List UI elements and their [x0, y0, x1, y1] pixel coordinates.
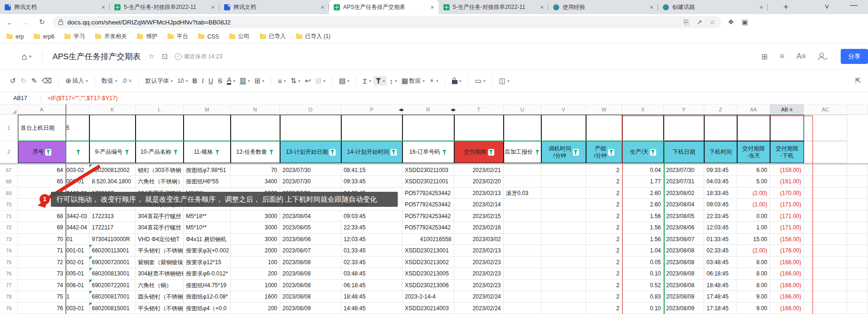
tab-close-icon[interactable]: × [540, 4, 544, 11]
cell-hidden70[interactable] [847, 199, 868, 210]
col-letter-P[interactable]: P [341, 104, 402, 115]
cell-A78[interactable]: 75 [18, 291, 66, 302]
filter-funnel-icon[interactable] [75, 149, 81, 156]
row-number-74[interactable]: 74 [0, 245, 18, 256]
cell-T76[interactable]: 2023/02/23 [454, 268, 504, 279]
cell-hidden76[interactable]: 005-01 [66, 268, 89, 279]
merge-cells-button[interactable]: ⊟▾ [313, 75, 328, 87]
tab-close-icon[interactable]: × [321, 4, 324, 11]
cell-W79[interactable]: 2 [586, 303, 622, 314]
cell-hidden78[interactable] [847, 291, 868, 302]
row-number-1[interactable]: 1 [0, 115, 18, 141]
italic-button[interactable]: I [200, 75, 206, 86]
cell-A71[interactable]: 68 [18, 211, 66, 222]
fill-color-button[interactable]: ▨▾ [237, 75, 252, 86]
browser-tab-5[interactable]: 5-生产任务-对接跟单2022-11× [439, 0, 548, 14]
cell-U78[interactable] [504, 291, 541, 302]
filter-funnel-icon[interactable] [442, 149, 448, 156]
automation-icon[interactable]: ⚡▾ [427, 75, 441, 87]
row-number-70[interactable]: 70 [0, 199, 18, 210]
cell-K78[interactable]: 680200817001 [89, 291, 136, 302]
cell-R69[interactable]: PO577924253442 [402, 188, 454, 199]
cell-hidden73[interactable]: 01 [66, 234, 89, 245]
text-color-button[interactable]: A▾ [225, 75, 237, 86]
cell-M72[interactable]: M5*10** [184, 222, 231, 233]
cell-R68[interactable]: XSDD230211001 [402, 176, 454, 187]
row-number-73[interactable]: 73 [0, 234, 18, 245]
data-button[interactable]: ▦数据▾ [399, 75, 427, 87]
cell-R75[interactable]: XSDD230213002 [402, 257, 454, 268]
cell-K77[interactable]: 690200722001 [89, 280, 136, 291]
cell-hidden79[interactable]: 003-01 [66, 303, 89, 314]
cell-U75[interactable] [504, 257, 541, 268]
hidden-column-q-marker[interactable]: ◀▶ [399, 108, 403, 112]
row-number-69[interactable]: 69 [0, 188, 18, 199]
cell-V67[interactable] [541, 165, 586, 176]
cell-hidden72[interactable]: 3442-04 [66, 222, 89, 233]
select-all-corner[interactable] [0, 104, 18, 115]
col-letter-M[interactable]: M [184, 104, 231, 115]
cell-O72[interactable]: 2023/08/05 [280, 222, 341, 233]
cell-U71[interactable] [504, 211, 541, 222]
cell-R79[interactable]: XSDD230214003 [402, 303, 454, 314]
cell-U79[interactable] [504, 303, 541, 314]
header-R[interactable]: 16-订单号码 [402, 141, 454, 163]
cell-A79[interactable]: 76 [18, 303, 66, 314]
cell-W74[interactable]: 2 [586, 245, 622, 256]
cell-O1[interactable] [280, 115, 341, 141]
col-letter-Z[interactable]: Z [704, 104, 737, 115]
cell-K68[interactable]: 8.520.304.1800 [89, 176, 136, 187]
filter-funnel-icon[interactable] [488, 149, 494, 156]
insert-button[interactable]: ⊕插入▾ [63, 75, 90, 87]
bookmark-item-9[interactable]: 已导入 [260, 32, 286, 40]
header-L[interactable]: 10-产品名称 [136, 141, 184, 163]
cell-V70[interactable] [541, 199, 586, 210]
menu-icon[interactable]: ≡ [780, 52, 784, 61]
browser-tab-2[interactable]: 5-生产任务-对接跟单2022-11× [110, 0, 219, 14]
cell-L73[interactable]: VHD Φ4定位销T [136, 234, 184, 245]
cell-V74[interactable] [541, 245, 586, 256]
cell-W70[interactable]: 2 [586, 199, 622, 210]
favorite-star-icon[interactable]: ☆ [148, 52, 154, 61]
cell-W73[interactable]: 2 [586, 234, 622, 245]
cell-A76[interactable]: 73 [18, 268, 66, 279]
v-align-button[interactable]: ⇅▾ [288, 75, 303, 87]
plugin-button[interactable]: ◫▾ [497, 75, 512, 87]
col-letter-AB[interactable]: AB ≡ [770, 104, 804, 115]
bookmark-item-2[interactable]: erp6 [34, 33, 54, 40]
cell-T77[interactable]: 2023/02/23 [454, 280, 504, 291]
cell-W77[interactable]: 2 [586, 280, 622, 291]
cell-M67[interactable]: 按图纸φ7.98*51 [184, 165, 231, 176]
tab-search-icon[interactable]: ˅ [825, 3, 829, 11]
redo-icon[interactable]: ↻ [18, 75, 29, 87]
cell-hidden73[interactable] [847, 234, 868, 245]
cell-hidden79[interactable] [847, 303, 868, 314]
cell-K75[interactable]: 690200720001 [89, 257, 136, 268]
cell-L67[interactable]: 销钉（303不锈钢 [136, 165, 184, 176]
cell-R71[interactable]: PO577924253442 [402, 211, 454, 222]
new-tab-button[interactable]: + [783, 2, 788, 12]
col-letter-T[interactable]: T [454, 104, 504, 115]
cell-V72[interactable] [541, 222, 586, 233]
cell-N71[interactable]: 3000 [231, 211, 280, 222]
cell-W68[interactable]: 2 [586, 176, 622, 187]
cell-T74[interactable]: 2023/02/13 [454, 245, 504, 256]
cell-U70[interactable] [504, 199, 541, 210]
borders-button[interactable]: ⊞▾ [252, 75, 267, 87]
forward-icon[interactable]: → [20, 18, 32, 26]
cell-hidden67[interactable] [847, 165, 868, 176]
cell-U73[interactable] [504, 234, 541, 245]
row-number-2[interactable]: 2 [0, 141, 18, 163]
cell-M76[interactable]: 按要求φ6-0.012* [184, 268, 231, 279]
cell-P72[interactable]: 22:33:45 [341, 222, 402, 233]
h-align-button[interactable]: ≡▾ [275, 75, 288, 87]
cell-T79[interactable]: 2023/02/24 [454, 303, 504, 314]
cell-N68[interactable]: 3400 [231, 176, 280, 187]
cell-U77[interactable] [504, 280, 541, 291]
row-number-75[interactable]: 75 [0, 257, 18, 268]
cell-L71[interactable]: 304直花手拧螺丝 [136, 211, 184, 222]
header-V[interactable]: 调机时间 /分钟 [541, 141, 586, 163]
cell-hidden71[interactable] [847, 211, 868, 222]
share-button[interactable]: 分享 [841, 49, 868, 64]
header-U[interactable]: 后加工报价 [504, 141, 541, 163]
